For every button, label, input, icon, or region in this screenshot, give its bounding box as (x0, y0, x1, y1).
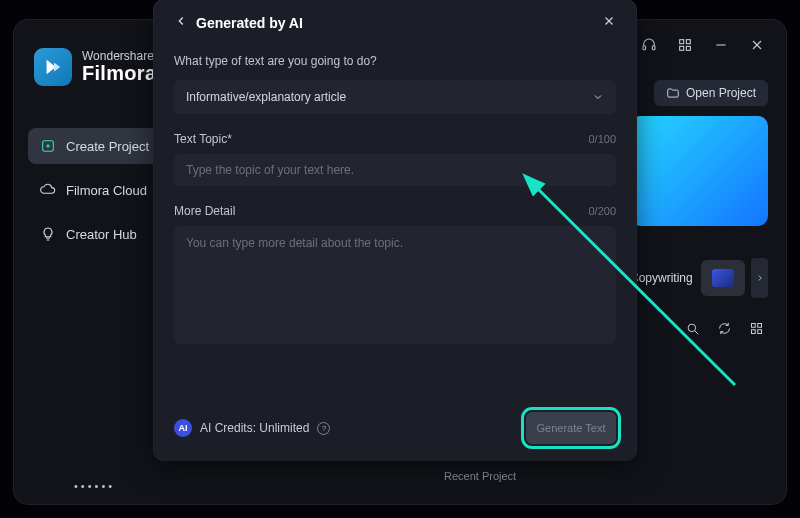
svg-point-12 (688, 324, 696, 332)
recent-project-header: Recent Project (444, 470, 516, 482)
close-icon (602, 14, 616, 28)
svg-rect-16 (751, 329, 755, 333)
sidebar-item-label: Filmora Cloud (66, 183, 147, 198)
chevron-right-icon (755, 273, 765, 283)
generated-by-ai-modal: Generated by AI What type of text are yo… (154, 0, 636, 460)
detail-placeholder: You can type more detail about the topic… (186, 236, 403, 250)
view-grid-icon[interactable] (746, 318, 766, 338)
plus-box-icon (40, 138, 56, 154)
search-icon[interactable] (682, 318, 702, 338)
credits-text: AI Credits: Unlimited (200, 421, 309, 435)
svg-line-13 (695, 331, 698, 334)
modal-question: What type of text are you going to do? (174, 54, 616, 68)
generate-label: Generate Text (537, 422, 606, 434)
sidebar-item-label: Create Project (66, 139, 149, 154)
svg-rect-5 (686, 46, 690, 50)
topic-count: 0/100 (588, 133, 616, 145)
app-logo: Wondershare Filmora (34, 48, 156, 86)
folder-icon (666, 86, 680, 100)
info-icon[interactable]: ? (317, 422, 330, 435)
svg-rect-17 (757, 329, 761, 333)
open-project-label: Open Project (686, 86, 756, 100)
apps-grid-icon[interactable] (672, 32, 698, 58)
svg-rect-2 (680, 40, 684, 44)
modal-title: Generated by AI (196, 15, 303, 31)
select-value: Informative/explanatory article (186, 90, 346, 104)
chevron-down-icon (592, 91, 604, 103)
brand-line2: Filmora (82, 63, 156, 84)
carousel-next-button[interactable] (751, 258, 768, 298)
detail-label: More Detail (174, 204, 235, 218)
back-button[interactable] (174, 14, 188, 32)
svg-rect-4 (680, 46, 684, 50)
detail-textarea[interactable]: You can type more detail about the topic… (174, 226, 616, 344)
refresh-icon[interactable] (714, 318, 734, 338)
generate-text-button[interactable]: Generate Text (526, 412, 616, 444)
carousel-label: Copywriting (630, 271, 693, 285)
close-window-icon[interactable] (744, 32, 770, 58)
open-project-button[interactable]: Open Project (654, 80, 768, 106)
topic-input[interactable]: Type the topic of your text here. (174, 154, 616, 186)
mini-toolbar (682, 318, 766, 338)
chevron-left-icon (174, 14, 188, 28)
detail-count: 0/200 (588, 205, 616, 217)
bulb-icon (40, 226, 56, 242)
svg-rect-0 (643, 46, 646, 50)
topic-placeholder: Type the topic of your text here. (186, 163, 354, 177)
carousel-thumb[interactable] (701, 260, 746, 296)
svg-rect-1 (652, 46, 655, 50)
filmora-logo-icon (34, 48, 72, 86)
brand-line1: Wondershare (82, 50, 156, 63)
minimize-icon[interactable] (708, 32, 734, 58)
svg-rect-3 (686, 40, 690, 44)
topic-label: Text Topic* (174, 132, 232, 146)
project-preview-card[interactable] (630, 116, 768, 226)
page-dots: •••••• (74, 480, 115, 492)
svg-rect-14 (751, 323, 755, 327)
ai-badge-icon: AI (174, 419, 192, 437)
text-type-select[interactable]: Informative/explanatory article (174, 80, 616, 114)
support-icon[interactable] (636, 32, 662, 58)
sidebar-item-label: Creator Hub (66, 227, 137, 242)
ai-credits: AI AI Credits: Unlimited ? (174, 419, 330, 437)
ai-tool-carousel: Copywriting (630, 248, 768, 308)
cloud-icon (40, 182, 56, 198)
close-modal-button[interactable] (602, 14, 616, 32)
svg-rect-15 (757, 323, 761, 327)
